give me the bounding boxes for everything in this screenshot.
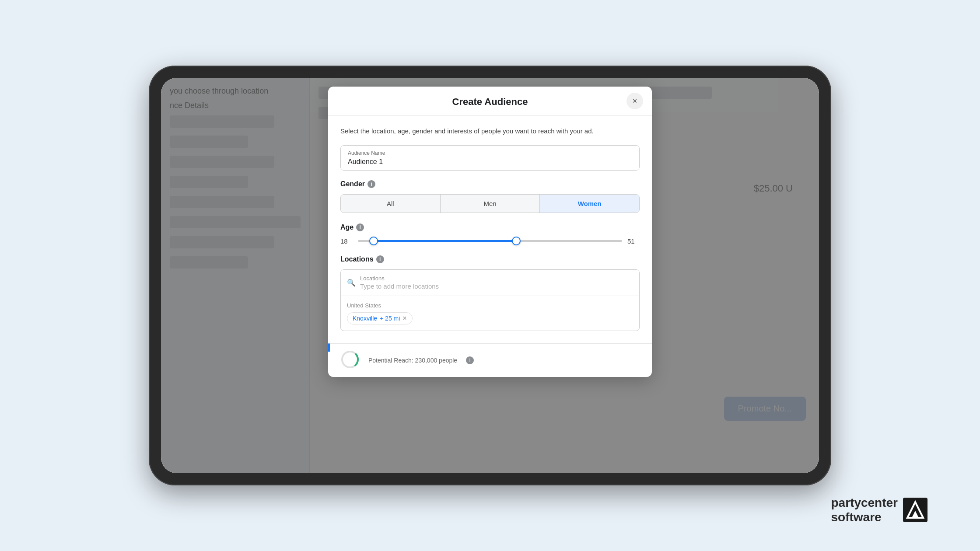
modal-description: Select the location, age, gender and int… (340, 126, 640, 136)
location-country: United States (347, 302, 633, 309)
age-section: Age i 18 51 (340, 223, 640, 245)
brand-name-line1: partycenter (831, 495, 898, 510)
tablet-frame: you choose through location nce Details … (149, 66, 831, 485)
age-label: Age (340, 223, 354, 231)
audience-name-value: Audience 1 (348, 158, 632, 166)
age-slider-thumb-right[interactable] (512, 237, 521, 245)
modal-header: Create Audience × (328, 87, 652, 116)
gender-button-group: All Men Women (340, 194, 640, 213)
location-entries: United States Knoxville + 25 mi × (341, 296, 639, 331)
age-slider-thumb-left[interactable] (369, 237, 378, 245)
modal-title: Create Audience (452, 96, 528, 108)
age-max-value: 51 (627, 237, 640, 245)
audience-name-field[interactable]: Audience Name Audience 1 (340, 145, 640, 171)
locations-label: Locations (340, 255, 374, 263)
potential-reach-info-icon[interactable]: i (466, 356, 474, 364)
gender-label: Gender (340, 180, 365, 188)
spinner-svg (340, 350, 360, 369)
gender-section-heading: Gender i (340, 180, 640, 188)
location-tag-name: Knoxville (353, 315, 377, 322)
tablet-screen: you choose through location nce Details … (161, 78, 819, 473)
location-search-row[interactable]: 🔍 Locations Type to add more locations (341, 270, 639, 296)
audience-name-label: Audience Name (348, 150, 632, 156)
loading-spinner (340, 350, 360, 371)
scroll-indicator (328, 343, 330, 352)
location-tag-remove-button[interactable]: × (402, 315, 406, 322)
locations-info-icon[interactable]: i (376, 255, 384, 263)
age-section-heading: Age i (340, 223, 640, 231)
location-search-content: Locations Type to add more locations (360, 275, 439, 290)
locations-section: Locations i 🔍 Locations Type to add more… (340, 255, 640, 331)
brand-name: partycenter software (831, 495, 898, 525)
brand-name-line2: software (831, 510, 898, 525)
age-range-display: 18 51 (340, 237, 640, 245)
location-search-label: Locations (360, 275, 439, 282)
locations-section-heading: Locations i (340, 255, 640, 263)
gender-men-button[interactable]: Men (441, 195, 540, 213)
age-min-value: 18 (340, 237, 353, 245)
location-search-placeholder: Type to add more locations (360, 282, 439, 290)
modal-footer: Potential Reach: 230,000 people i (328, 343, 652, 377)
gender-women-button[interactable]: Women (540, 195, 639, 213)
potential-reach-text: Potential Reach: 230,000 people (368, 357, 457, 364)
create-audience-modal: Create Audience × Select the location, a… (328, 87, 652, 377)
brand-icon (903, 498, 928, 522)
location-tag: Knoxville + 25 mi × (347, 312, 413, 324)
age-info-icon[interactable]: i (356, 223, 364, 231)
modal-overlay: Create Audience × Select the location, a… (161, 78, 819, 473)
locations-box: 🔍 Locations Type to add more locations U… (340, 269, 640, 331)
age-slider-track[interactable] (358, 240, 622, 242)
age-slider-fill (374, 240, 516, 242)
gender-all-button[interactable]: All (341, 195, 441, 213)
close-button[interactable]: × (626, 93, 643, 109)
search-icon: 🔍 (347, 279, 356, 287)
modal-body: Select the location, age, gender and int… (328, 116, 652, 343)
location-tag-radius: + 25 mi (380, 315, 400, 322)
gender-info-icon[interactable]: i (368, 180, 375, 188)
brand-logo: partycenter software (831, 495, 928, 525)
